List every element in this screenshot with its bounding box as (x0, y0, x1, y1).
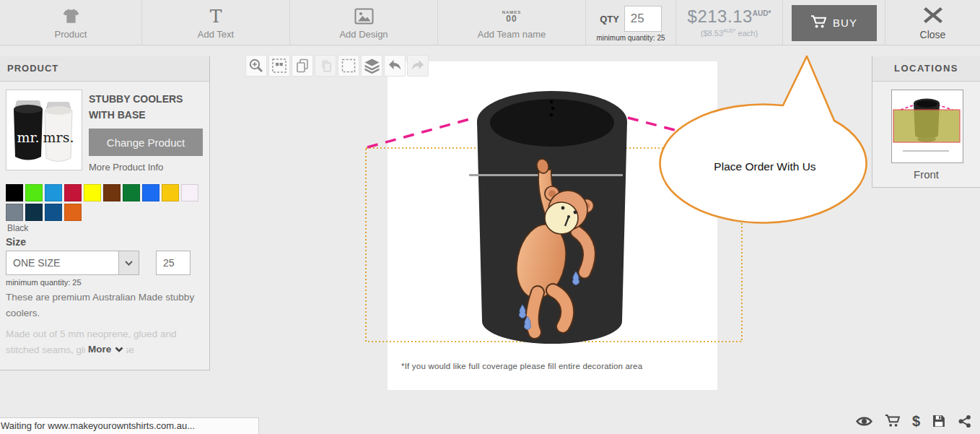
unit-price-currency: AUD* (723, 28, 736, 33)
tab-add-team-name-label: Add Team name (478, 29, 546, 40)
redo-icon (410, 58, 426, 74)
paste-button[interactable] (315, 55, 336, 77)
layers-icon (364, 58, 380, 74)
duplicate-button[interactable] (292, 55, 313, 77)
more-product-info-link[interactable]: More Product Info (89, 162, 163, 173)
product-panel: PRODUCT mr. mrs. STUBBY COOLERS WITH BAS… (0, 56, 210, 370)
buy-button-label: BUY (833, 17, 857, 29)
tab-add-design[interactable]: Add Design (290, 0, 438, 45)
select-area-button[interactable] (268, 55, 290, 77)
buy-button[interactable]: BUY (792, 5, 877, 41)
price-total-value: $213.13 (688, 6, 753, 26)
tab-add-text[interactable]: T Add Text (142, 0, 290, 45)
size-select[interactable]: ONE SIZE (6, 251, 139, 275)
cart-icon (885, 415, 900, 428)
jersey-number-text: 00 (506, 14, 517, 23)
chevron-down-icon (118, 251, 139, 274)
image-icon (354, 6, 374, 27)
buy-section: BUY (783, 0, 885, 45)
redo-button[interactable] (407, 55, 429, 77)
product-title: STUBBY COOLERS WITH BASE (89, 92, 208, 123)
product-panel-header: PRODUCT (0, 56, 209, 82)
qty-input[interactable] (624, 6, 662, 32)
canvas-toolbar (245, 55, 429, 77)
more-link-label: More (88, 344, 111, 355)
tab-add-team-name[interactable]: NAMES 00 Add Team name (438, 0, 586, 45)
selected-color-name: Black (7, 223, 28, 233)
full-coverage-note: *If you would like full coverage please … (401, 362, 712, 370)
unit-price-suffix: each) (736, 29, 758, 38)
color-swatch-white[interactable] (181, 184, 198, 201)
product-title-line2: WITH BASE (89, 108, 208, 123)
description-more-link[interactable]: More (85, 344, 126, 355)
price-section: $213.13AUD* ($8.53AUD* each) (676, 0, 783, 45)
cart-button[interactable] (885, 415, 900, 428)
undo-button[interactable] (384, 55, 406, 77)
price-dollar-button[interactable]: $ (912, 414, 920, 428)
color-swatch-grey[interactable] (6, 204, 23, 221)
preview-eye-button[interactable] (856, 415, 872, 428)
mr-label: mr. (17, 129, 39, 145)
color-swatch-green[interactable] (123, 184, 140, 201)
qty-label: QTY (600, 14, 619, 25)
change-product-button[interactable]: Change Product (89, 129, 203, 156)
tab-add-text-label: Add Text (198, 29, 234, 40)
locations-header: LOCATIONS (872, 56, 980, 82)
save-floppy-icon (932, 415, 945, 428)
quantity-section: QTY minimum quantity: 25 (586, 0, 676, 45)
mrs-label: mrs. (43, 129, 74, 145)
product-thumbnail[interactable]: mr. mrs. (6, 90, 82, 170)
color-swatch-orange[interactable] (64, 204, 82, 221)
undo-icon (387, 58, 403, 74)
color-swatch-steel-blue[interactable] (45, 204, 62, 221)
close-label: Close (920, 29, 946, 40)
mr-mrs-coolers-image: mr. mrs. (6, 90, 80, 168)
team-jersey-icon: NAMES 00 (502, 6, 522, 27)
marquee-button[interactable] (338, 55, 359, 77)
place-order-bubble[interactable]: Place Order With Us (653, 43, 884, 233)
size-minimum-note: minimum quantity: 25 (6, 278, 82, 287)
price-currency: AUD* (753, 9, 771, 17)
color-swatches (6, 184, 206, 221)
zoom-in-button[interactable] (245, 55, 267, 77)
duplicate-icon (294, 58, 310, 74)
locations-panel: LOCATIONS Front (872, 56, 980, 188)
qty-minimum-note: minimum quantity: 25 (596, 34, 665, 42)
cart-icon (810, 15, 826, 31)
color-swatch-brown[interactable] (103, 184, 121, 201)
close-button[interactable]: Close (885, 0, 980, 45)
save-button[interactable] (932, 415, 945, 428)
eye-icon (856, 415, 872, 428)
marquee-icon (341, 58, 356, 74)
color-swatch-lime[interactable] (25, 184, 43, 201)
top-toolbar: Product T Add Text Add Design NAMES 00 A… (0, 0, 980, 45)
tab-product[interactable]: Product (0, 0, 142, 45)
price-per-unit: ($8.53AUD* each) (676, 28, 782, 38)
color-swatch-crimson[interactable] (64, 184, 82, 201)
location-front-label: Front (872, 168, 980, 181)
layers-button[interactable] (361, 55, 382, 77)
product-description-intro: These are premium Australian Made stubby… (6, 290, 195, 322)
tab-add-design-label: Add Design (339, 29, 388, 40)
color-swatch-navy[interactable] (25, 204, 43, 221)
close-x-icon (923, 6, 943, 27)
color-swatch-yellow[interactable] (84, 184, 101, 201)
color-swatch-blue[interactable] (142, 184, 159, 201)
product-title-line1: STUBBY COOLERS (89, 92, 208, 108)
color-swatch-sky-blue[interactable] (45, 184, 62, 201)
tab-product-label: Product (55, 29, 87, 40)
price-total: $213.13AUD* (676, 6, 782, 27)
unit-price-value: ($8.53 (701, 29, 723, 38)
size-quantity-input[interactable] (156, 251, 191, 275)
select-area-icon (271, 58, 287, 74)
front-view-preview (892, 90, 961, 161)
zoom-in-icon (248, 58, 264, 74)
bottom-action-bar: $ (856, 414, 971, 428)
size-label: Size (6, 236, 26, 248)
bubble-text: Place Order With Us (714, 160, 816, 173)
product-designer-app: Product T Add Text Add Design NAMES 00 A… (0, 0, 980, 434)
share-button[interactable] (958, 415, 971, 428)
location-front-thumbnail[interactable] (891, 90, 963, 163)
color-swatch-gold[interactable] (162, 184, 179, 201)
color-swatch-black[interactable] (6, 184, 23, 201)
